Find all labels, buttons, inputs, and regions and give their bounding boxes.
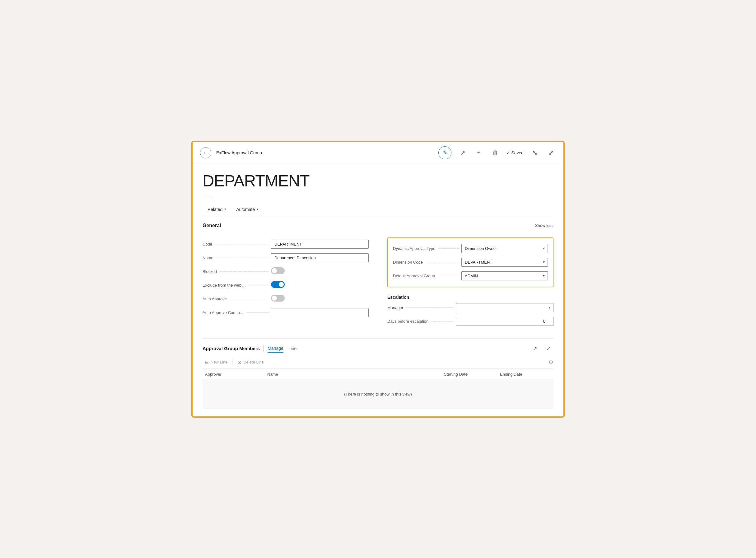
filter-icon[interactable]: ⚙	[548, 359, 553, 366]
expand-button[interactable]: ⤢	[546, 148, 556, 158]
main-content: DEPARTMENT — Related ▾ Automate ▾ Genera…	[192, 164, 564, 416]
default-approval-group-value[interactable]: ADMIN ▾	[461, 271, 548, 280]
col-ending-date: Ending Date	[497, 372, 553, 377]
new-line-button[interactable]: ⊞ New Line	[203, 358, 230, 366]
subgrid-share-icon[interactable]: ↗	[530, 344, 540, 354]
manager-wrapper: ▾	[456, 303, 553, 312]
days-escalation-input[interactable]	[456, 317, 553, 326]
blocked-toggle-switch[interactable]	[271, 267, 285, 274]
back-icon: ←	[203, 150, 208, 156]
dynamic-approval-type-value[interactable]: Dimension Owner ▾	[461, 244, 548, 253]
name-dots	[216, 258, 269, 258]
col-approver: Approver	[203, 372, 265, 377]
top-bar: ← ExFlow Approval Group ✎ ↗ + 🗑 ✓ Saved …	[192, 142, 564, 164]
default-approval-group-dots	[438, 276, 460, 276]
code-field-row: Code	[203, 237, 369, 251]
delete-line-button[interactable]: ⊠ Delete Line	[235, 358, 266, 366]
default-approval-group-row: Default Approval Group ADMIN ▾	[393, 269, 548, 283]
days-escalation-value[interactable]	[456, 317, 553, 326]
automate-chevron-icon: ▾	[257, 207, 259, 211]
record-title: DEPARTMENT	[203, 172, 553, 190]
auto-approve-comm-field-row: Auto Approve Comm...	[203, 306, 369, 320]
dimension-code-select[interactable]: DEPARTMENT	[461, 258, 548, 267]
auto-approve-comm-input[interactable]	[271, 308, 369, 317]
saved-label: Saved	[511, 150, 524, 155]
subgrid-toolbar: ⊞ New Line ⊠ Delete Line ⚙	[203, 356, 553, 369]
dimension-code-value[interactable]: DEPARTMENT ▾	[461, 258, 548, 267]
popout-icon: ⤡	[532, 149, 538, 156]
code-input[interactable]	[271, 239, 369, 249]
title-dash: —	[203, 192, 553, 201]
code-value[interactable]	[271, 239, 369, 249]
exclude-toggle[interactable]	[271, 281, 369, 289]
dynamic-approval-type-label: Dynamic Approval Type	[393, 246, 461, 251]
dynamic-approval-box: Dynamic Approval Type Dimension Owner ▾	[387, 237, 553, 287]
add-button[interactable]: +	[474, 148, 484, 158]
subgrid-expand-icon[interactable]: ⤢	[544, 344, 553, 354]
dynamic-approval-type-row: Dynamic Approval Type Dimension Owner ▾	[393, 242, 548, 255]
exclude-toggle-switch[interactable]	[271, 281, 285, 288]
days-escalation-label: Days before escalation	[387, 319, 456, 324]
general-section-title: General	[203, 223, 221, 228]
dimension-code-row: Dimension Code DEPARTMENT ▾	[393, 255, 548, 269]
default-approval-group-wrapper: ADMIN ▾	[461, 271, 548, 280]
auto-approve-comm-value[interactable]	[271, 308, 369, 317]
toolbar-separator	[232, 359, 233, 365]
expand-icon: ⤢	[548, 149, 554, 156]
right-column: Dynamic Approval Type Dimension Owner ▾	[387, 237, 553, 328]
name-value[interactable]	[271, 253, 369, 262]
exclude-label: Exclude from the web'...	[203, 283, 271, 287]
name-label: Name	[203, 255, 271, 260]
dimension-code-wrapper: DEPARTMENT ▾	[461, 258, 548, 267]
form-grid: Code Name	[203, 237, 553, 328]
auto-approve-toggle[interactable]	[271, 295, 369, 303]
manager-dots	[406, 307, 454, 308]
subgrid-header: Approval Group Members Manage Line ↗ ⤢	[203, 344, 553, 354]
saved-status: ✓ Saved	[506, 150, 524, 155]
manager-select[interactable]	[456, 303, 553, 312]
days-escalation-row: Days before escalation	[387, 314, 553, 328]
automate-tab[interactable]: Automate ▾	[231, 204, 263, 215]
subgrid-line-tab[interactable]: Line	[288, 345, 296, 352]
table-header-row: Approver Name Starting Date Ending Date	[203, 369, 553, 379]
table-empty-message: (There is nothing to show in this view)	[203, 379, 553, 409]
toolbar-actions: ✎ ↗ + 🗑 ✓ Saved ⤡ ⤢	[438, 146, 556, 159]
name-field-row: Name	[203, 251, 369, 265]
auto-approve-comm-dots	[246, 312, 269, 313]
popout-button[interactable]: ⤡	[530, 148, 540, 158]
blocked-label: Blocked	[203, 269, 271, 274]
general-section-header: General Show less	[203, 223, 553, 231]
new-line-icon: ⊞	[205, 360, 209, 365]
page-container: ← ExFlow Approval Group ✎ ↗ + 🗑 ✓ Saved …	[191, 141, 565, 417]
check-icon: ✓	[506, 150, 510, 155]
delete-button[interactable]: 🗑	[490, 148, 500, 158]
edit-button[interactable]: ✎	[438, 146, 451, 159]
show-less-button[interactable]: Show less	[535, 223, 553, 228]
subgrid-section: Approval Group Members Manage Line ↗ ⤢ ⊞…	[203, 338, 553, 409]
subgrid-separator	[263, 346, 264, 352]
auto-approve-toggle-switch[interactable]	[271, 295, 285, 302]
subgrid-title: Approval Group Members	[203, 346, 260, 351]
code-dots	[215, 244, 269, 244]
automate-label: Automate	[236, 207, 255, 212]
subgrid-manage-tab[interactable]: Manage	[267, 345, 283, 353]
blocked-toggle[interactable]	[271, 267, 369, 275]
dynamic-approval-type-select[interactable]: Dimension Owner	[461, 244, 548, 253]
name-input[interactable]	[271, 253, 369, 262]
related-tab[interactable]: Related ▾	[203, 204, 231, 215]
default-approval-group-select[interactable]: ADMIN	[461, 271, 548, 280]
edit-icon: ✎	[443, 149, 447, 156]
auto-approve-field-row: Auto Approve	[203, 292, 369, 306]
dimension-code-label: Dimension Code	[393, 260, 461, 264]
code-label: Code	[203, 242, 271, 247]
col-starting-date: Starting Date	[441, 372, 497, 377]
dynamic-approval-type-wrapper: Dimension Owner ▾	[461, 244, 548, 253]
related-chevron-icon: ▾	[224, 207, 226, 211]
back-button[interactable]: ←	[200, 147, 211, 158]
share-button[interactable]: ↗	[458, 148, 468, 158]
manager-value[interactable]: ▾	[456, 303, 553, 312]
page-name-label: ExFlow Approval Group	[216, 150, 434, 155]
new-line-label: New Line	[211, 360, 228, 364]
delete-line-label: Delete Line	[243, 360, 264, 364]
left-column: Code Name	[203, 237, 369, 328]
